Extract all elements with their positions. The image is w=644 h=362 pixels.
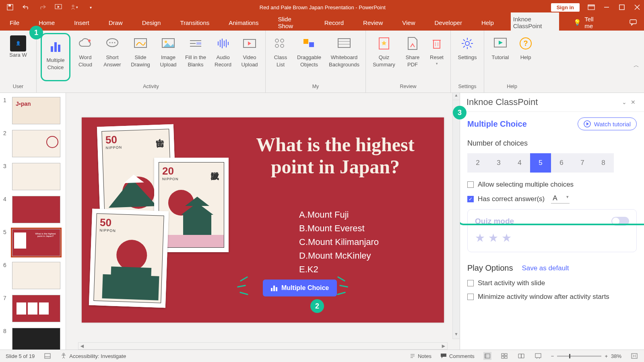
quiz-mode-toggle[interactable] <box>611 217 629 226</box>
cloud-icon <box>77 35 93 51</box>
svg-rect-67 <box>502 354 504 356</box>
tab-help[interactable]: Help <box>479 16 496 29</box>
image-upload-button[interactable]: Image Upload <box>157 33 180 81</box>
correct-answer-dropdown[interactable]: A <box>551 194 569 204</box>
thumbnail-3[interactable] <box>12 163 60 190</box>
slideshow-view-icon[interactable] <box>534 352 542 360</box>
tell-me[interactable]: 💡 Tell me <box>574 16 601 29</box>
tab-file[interactable]: File <box>7 16 22 29</box>
choice-3[interactable]: 3 <box>488 153 509 173</box>
close-icon[interactable] <box>634 4 641 11</box>
minimize-icon[interactable] <box>603 4 610 11</box>
thumbnail-2[interactable] <box>12 130 60 157</box>
fit-to-window-icon[interactable] <box>630 352 638 360</box>
difficulty-stars[interactable]: ★ ★ ★ <box>475 231 629 245</box>
thumbnail-4[interactable] <box>12 196 60 223</box>
horizontal-scrollbar[interactable]: ◄► <box>78 342 448 350</box>
allow-multi-checkbox[interactable]: Allow selecting multiple choices <box>467 181 637 189</box>
word-cloud-button[interactable]: Word Cloud <box>74 33 97 81</box>
thumbnail-5[interactable]: What is the highest point in Japan? <box>12 229 60 256</box>
choice-6[interactable]: 6 <box>551 153 572 173</box>
slide-drawing-button[interactable]: Slide Drawing <box>128 33 153 81</box>
zoom-in-icon[interactable]: + <box>605 353 608 359</box>
slide-canvas[interactable]: 50 NIPPON 富士山 20 NIPPON 大阪城 <box>82 117 444 323</box>
tab-insert[interactable]: Insert <box>72 16 92 29</box>
svg-rect-24 <box>196 42 201 45</box>
short-answer-button[interactable]: Short Answer <box>100 33 124 81</box>
maximize-icon[interactable] <box>618 4 625 11</box>
zoom-out-icon[interactable]: − <box>551 353 554 359</box>
choice-8[interactable]: 8 <box>593 153 614 173</box>
tab-review[interactable]: Review <box>361 16 385 29</box>
start-with-slide-checkbox[interactable]: Start activity with slide <box>467 279 637 287</box>
save-as-default-link[interactable]: Save as default <box>522 264 569 272</box>
ribbon-display-icon[interactable] <box>588 4 595 11</box>
pane-title: Inknoe ClassPoint <box>466 97 620 107</box>
user-profile[interactable]: 👤 Sara W <box>4 33 32 81</box>
svg-point-16 <box>109 42 111 43</box>
quiz-summary-button[interactable]: Quiz Summary <box>370 33 398 81</box>
whiteboard-backgrounds-button[interactable]: Whiteboard Backgrounds <box>327 33 361 81</box>
video-upload-button[interactable]: Video Upload <box>238 33 261 81</box>
thumbnail-6[interactable] <box>12 262 60 289</box>
svg-rect-57 <box>111 266 151 278</box>
draggable-objects-button[interactable]: Draggable Objects <box>295 33 324 81</box>
slide-mc-button[interactable]: Multiple Choice <box>263 280 337 296</box>
accessibility-status[interactable]: Accessibility: Investigate <box>60 353 126 359</box>
save-icon[interactable] <box>6 4 14 11</box>
tutorial-button[interactable]: Tutorial <box>488 33 512 81</box>
thumbnail-8[interactable] <box>12 328 60 350</box>
zoom-slider[interactable] <box>557 356 601 357</box>
help-button[interactable]: ?Help <box>516 33 536 81</box>
quiz-mode-label: Quiz mode <box>475 217 514 226</box>
qat-more-icon[interactable]: ▾ <box>87 4 94 11</box>
comments-button[interactable]: Comments <box>440 353 475 359</box>
watch-tutorial-button[interactable]: Watch tutorial <box>578 117 637 130</box>
choice-7[interactable]: 7 <box>572 153 593 173</box>
zoom-control[interactable]: − + 38% <box>551 353 621 359</box>
choice-4[interactable]: 4 <box>509 153 530 173</box>
sign-in-button[interactable]: Sign in <box>551 3 580 12</box>
slide-thumbnails: 1J▪pan 2 3 4 5What is the highest point … <box>0 93 66 350</box>
present-icon[interactable] <box>55 4 62 11</box>
minimize-window-checkbox[interactable]: Minimize activity window after activity … <box>467 293 637 301</box>
tab-record[interactable]: Record <box>322 16 346 29</box>
choice-2[interactable]: 2 <box>467 153 488 173</box>
avatar: 👤 <box>10 35 26 51</box>
share-pdf-button[interactable]: Share PDF <box>401 33 424 81</box>
has-correct-checkbox[interactable]: ✓ Has correct answer(s) A <box>467 194 637 204</box>
notes-toggle-icon[interactable] <box>43 352 52 360</box>
class-list-button[interactable]: Class List <box>270 33 291 81</box>
pane-close-icon[interactable]: ✕ <box>629 99 638 105</box>
audio-record-button[interactable]: Audio Record <box>211 33 235 81</box>
tab-developer[interactable]: Developer <box>432 16 464 29</box>
reset-button[interactable]: Reset▾ <box>427 33 446 81</box>
collapse-ribbon-icon[interactable]: ︿ <box>634 62 639 69</box>
slide-counter: Slide 5 of 19 <box>6 353 35 359</box>
redo-icon[interactable] <box>39 4 46 11</box>
undo-icon[interactable] <box>23 4 30 11</box>
pane-dropdown-icon[interactable]: ⌄ <box>620 99 629 105</box>
fill-blanks-button[interactable]: Fill in the Blanks <box>183 33 208 81</box>
clipboard-star-icon <box>376 35 392 51</box>
tab-draw[interactable]: Draw <box>106 16 125 29</box>
normal-view-icon[interactable] <box>483 352 491 360</box>
svg-rect-59 <box>45 354 50 358</box>
touch-mode-icon[interactable]: ▾ <box>71 4 78 11</box>
settings-button[interactable]: Settings <box>455 33 480 81</box>
thumbnail-1[interactable]: J▪pan <box>12 97 60 124</box>
tab-animations[interactable]: Animations <box>226 16 261 29</box>
tab-transitions[interactable]: Transitions <box>178 16 212 29</box>
multiple-choice-button[interactable]: Multiple Choice <box>43 36 68 71</box>
choice-5[interactable]: 5 <box>530 153 551 173</box>
notes-button[interactable]: Notes <box>410 353 431 359</box>
tab-design[interactable]: Design <box>140 16 163 29</box>
tab-view[interactable]: View <box>400 16 417 29</box>
comments-pane-icon[interactable] <box>630 19 637 26</box>
reading-view-icon[interactable] <box>517 352 525 360</box>
vertical-scrollbar[interactable]: ▲▼ <box>452 93 460 339</box>
tab-slideshow[interactable]: Slide Show <box>275 12 307 33</box>
sorter-view-icon[interactable] <box>500 352 508 360</box>
thumbnail-7[interactable] <box>12 295 60 322</box>
tab-classpoint[interactable]: Inknoe ClassPoint <box>511 12 559 33</box>
